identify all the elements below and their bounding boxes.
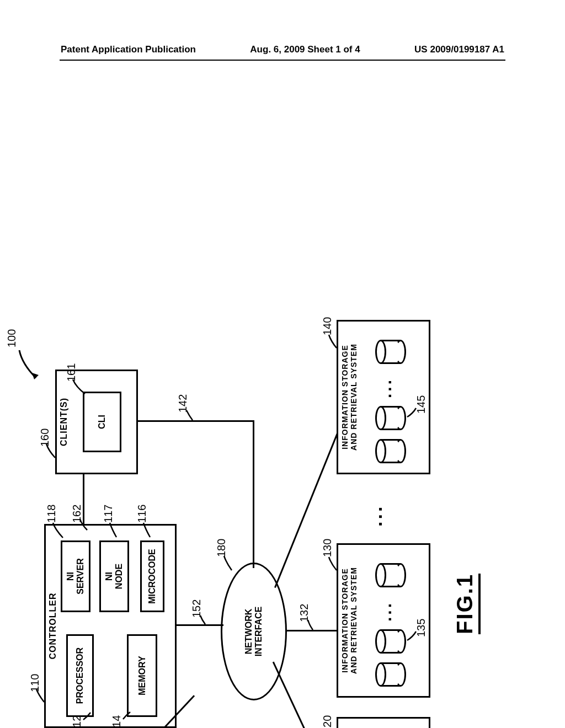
link-142-h — [253, 420, 254, 568]
ref-160-lead — [44, 441, 57, 461]
svg-marker-0 — [32, 373, 39, 379]
figure-label: FIG.1 — [452, 574, 481, 634]
ref-118-lead — [51, 520, 65, 540]
header-left: Patent Application Publication — [61, 44, 196, 55]
controller-label: CONTROLLER — [46, 526, 58, 726]
storage-130-cyl-1 — [375, 662, 406, 687]
figure-canvas: 100 HOST(S) 105 CONTROLLER 110 PROCESSOR… — [0, 298, 491, 728]
ref-180-lead — [222, 553, 234, 572]
ref-161-lead — [71, 376, 87, 396]
storage-120-label: INFORMATION STORAGE AND RETRIEVAL SYSTEM — [338, 719, 358, 728]
client-label: CLIENT(S) — [57, 371, 69, 473]
memory-label: MEMORY — [137, 656, 147, 695]
storage-140-label: INFORMATION STORAGE AND RETRIEVAL SYSTEM — [338, 322, 358, 473]
ref-110-lead — [34, 685, 46, 705]
figure-canvas-wrap: 100 HOST(S) 105 CONTROLLER 110 PROCESSOR… — [28, 88, 535, 684]
ref-100-arrow — [17, 347, 39, 381]
ni-node-label: NI NODE — [104, 564, 124, 589]
storage-140-cyl-3 — [375, 340, 406, 364]
ni-server-box: NI SERVER — [61, 540, 90, 612]
microcode-box: MICROCODE — [140, 540, 164, 612]
storage-mid-dots: ··· — [370, 505, 391, 527]
storage-130-cyl-3 — [375, 563, 406, 587]
microcode-label: MICROCODE — [147, 549, 157, 604]
storage-130-label: INFORMATION STORAGE AND RETRIEVAL SYSTEM — [338, 545, 358, 696]
storage-140-cyl-1 — [375, 439, 406, 463]
header-right: US 2009/0199187 A1 — [414, 44, 504, 55]
link-142-v — [138, 420, 254, 422]
header-center: Aug. 6, 2009 Sheet 1 of 4 — [250, 44, 360, 55]
network-interface-label: NETWORK INTERFACE — [244, 607, 263, 657]
ref-116-lead — [141, 520, 152, 539]
storage-120-box: INFORMATION STORAGE AND RETRIEVAL SYSTEM — [337, 717, 430, 728]
ref-142-lead — [185, 408, 195, 422]
ref-132-lead — [306, 618, 315, 632]
ref-145-lead — [405, 404, 417, 419]
storage-130-cyl-2 — [375, 629, 406, 654]
ni-node-box: NI NODE — [99, 540, 129, 612]
ref-100: 100 — [6, 329, 18, 347]
ref-135-lead — [405, 627, 417, 643]
memory-box: MEMORY — [127, 634, 157, 717]
ref-140-lead — [327, 331, 339, 350]
ni-server-label: NI SERVER — [66, 558, 85, 595]
ref-112-lead — [82, 710, 93, 721]
storage-140-cyl-2 — [375, 406, 406, 430]
link-162 — [83, 474, 84, 524]
cli-box: CLI — [83, 392, 121, 452]
header-rule — [60, 60, 505, 61]
cli-label: CLI — [97, 415, 107, 429]
storage-130-dots: ··· — [381, 601, 399, 622]
ref-117-lead — [108, 520, 119, 539]
ref-130-lead — [327, 554, 339, 572]
page-header: Patent Application Publication Aug. 6, 2… — [0, 44, 565, 55]
processor-label: PROCESSOR — [75, 647, 85, 704]
storage-140-dots: ··· — [381, 378, 399, 398]
processor-box: PROCESSOR — [66, 634, 94, 717]
ref-152-lead — [199, 613, 207, 627]
ref-120: 120 — [321, 715, 334, 728]
